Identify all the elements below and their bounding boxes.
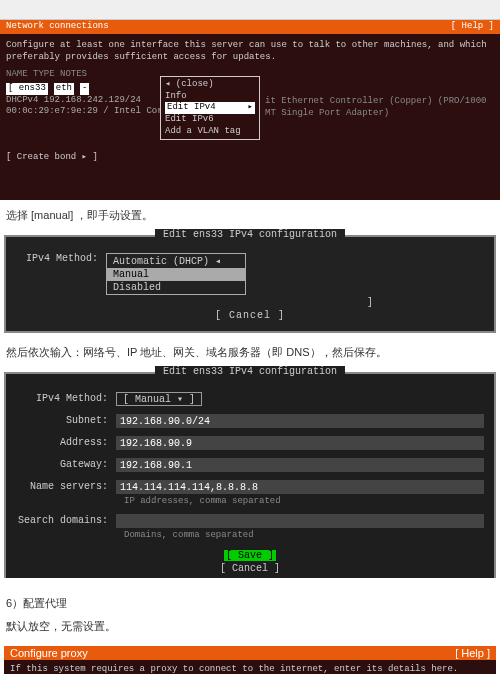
intro-text: Configure at least one interface this se… <box>6 40 494 63</box>
chevron-right-icon: ▸ <box>248 102 253 114</box>
menu-close[interactable]: ◂ (close) <box>165 79 255 91</box>
search-domains-label: Search domains: <box>16 515 116 526</box>
search-domains-hint: Domains, comma separated <box>16 530 484 540</box>
create-bond-button[interactable]: [ Create bond ▸ ] <box>6 152 494 164</box>
ipv4-method-dropdown[interactable]: Automatic (DHCP) ◂ Manual Disabled <box>106 253 246 295</box>
dialog-title: Edit ens33 IPv4 configuration <box>155 366 345 377</box>
network-connections-panel: Network connections [ Help ] Configure a… <box>0 20 500 200</box>
nic-description: it Ethernet Controller (Copper) (PRO/100… <box>265 96 500 119</box>
nic-type: eth <box>54 83 74 95</box>
context-menu: ◂ (close) Info Edit IPv4 ▸ Edit IPv6 Add… <box>160 76 260 140</box>
titlebar-network: Network connections [ Help ] <box>0 20 500 34</box>
option-manual[interactable]: Manual <box>107 268 245 281</box>
title: Configure proxy <box>10 647 88 659</box>
subnet-label: Subnet: <box>16 415 116 426</box>
nic-name: [ ens33 <box>6 83 48 95</box>
save-button[interactable]: [ Save ] <box>224 550 276 561</box>
subnet-input[interactable]: 192.168.90.0/24 <box>116 414 484 428</box>
option-automatic[interactable]: Automatic (DHCP) ◂ <box>107 254 245 268</box>
menu-info[interactable]: Info <box>165 91 255 103</box>
cancel-button[interactable]: [ Cancel ] <box>16 563 484 574</box>
caption-inputs: 然后依次输入：网络号、IP 地址、网关、域名服务器（即 DNS），然后保存。 <box>0 337 500 368</box>
titlebar-proxy: Configure proxy [ Help ] <box>4 646 496 660</box>
help-link[interactable]: [ Help ] <box>451 21 494 33</box>
menu-edit-ipv6[interactable]: Edit IPv6 <box>165 114 255 126</box>
configure-proxy-panel: Configure proxy [ Help ] If this system … <box>4 646 496 674</box>
dialog-title: Edit ens33 IPv4 configuration <box>155 229 345 240</box>
close-bracket: ] <box>16 297 484 308</box>
ipv4-method-dialog: Edit ens33 IPv4 configuration IPv4 Metho… <box>4 235 496 333</box>
caption-proxy-heading: 6）配置代理 <box>0 582 500 619</box>
nameservers-hint: IP addresses, comma separated <box>16 496 484 506</box>
nameservers-input[interactable]: 114.114.114.114,8.8.8.8 <box>116 480 484 494</box>
ipv4-method-label: IPv4 Method: <box>16 253 106 264</box>
ipv4-method-label: IPv4 Method: <box>16 393 116 404</box>
menu-edit-ipv4[interactable]: Edit IPv4 <box>167 102 216 114</box>
address-label: Address: <box>16 437 116 448</box>
gateway-label: Gateway: <box>16 459 116 470</box>
nameservers-label: Name servers: <box>16 481 116 492</box>
caption-proxy-note: 默认放空，无需设置。 <box>0 619 500 642</box>
address-input[interactable]: 192.168.90.9 <box>116 436 484 450</box>
menu-add-vlan[interactable]: Add a VLAN tag <box>165 126 255 138</box>
nic-notes: - <box>80 83 89 95</box>
cancel-button[interactable]: [ Cancel ] <box>16 310 484 321</box>
ipv4-method-select[interactable]: [ Manual ▾ ] <box>116 392 202 406</box>
gateway-input[interactable]: 192.168.90.1 <box>116 458 484 472</box>
caption-manual: 选择 [manual] ，即手动设置。 <box>0 200 500 231</box>
proxy-body: If this system requires a proxy to conne… <box>4 660 496 674</box>
ipv4-config-dialog: Edit ens33 IPv4 configuration IPv4 Metho… <box>4 372 496 578</box>
help-link[interactable]: [ Help ] <box>455 647 490 659</box>
search-domains-input[interactable] <box>116 514 484 528</box>
title: Network connections <box>6 21 109 33</box>
option-disabled[interactable]: Disabled <box>107 281 245 294</box>
